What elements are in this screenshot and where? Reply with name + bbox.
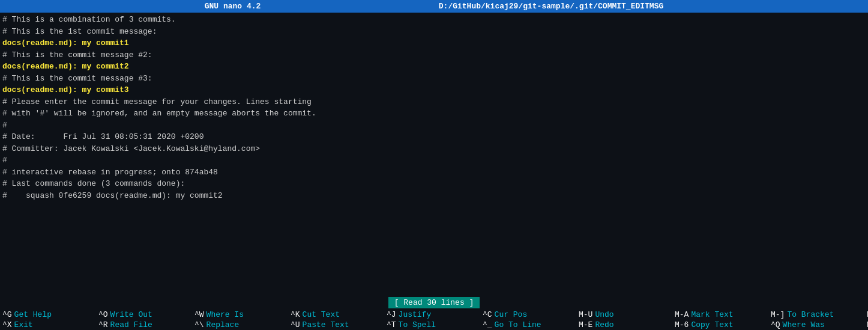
shortcut-label: Cur Pos [495,310,528,319]
editor-line: docs(readme.md): my commit1 [2,37,866,49]
editor-line: # [2,120,866,132]
shortcut-key: ^W [194,310,204,319]
shortcut-label: Copy Text [691,320,733,329]
shortcut-item[interactable]: ^UPaste Text [288,320,384,330]
shortcut-key: ^U [291,320,300,329]
shortcut-label: To Spell [399,320,436,329]
shortcut-key: ^K [291,310,300,319]
editor-area[interactable]: # This is a combination of 3 commits.# T… [0,13,868,296]
editor-line: # This is a combination of 3 commits. [2,14,866,26]
shortcut-item[interactable]: M-]To Bracket [768,310,864,320]
shortcut-key: M-U [579,310,592,319]
app-name: GNU nano 4.2 [205,2,261,11]
shortcut-key: ^_ [483,320,492,329]
status-badge: [ Read 30 lines ] [388,297,480,308]
shortcut-label: Read File [110,320,152,329]
editor-line: # interactive rebase in progress; onto 8… [2,167,866,179]
editor-line: # squash 0fe6259 docs(readme.md): my com… [2,190,866,202]
shortcut-key: ^C [483,310,492,319]
shortcut-bar: ^GGet Help^OWrite Out^WWhere Is^KCut Tex… [0,310,868,330]
shortcut-label: Cut Text [303,310,340,319]
shortcut-label: Write Out [110,310,152,319]
editor-line: # Date: Fri Jul 31 08:05:31 2020 +0200 [2,131,866,143]
editor-line: # [2,154,866,167]
shortcut-key: ^J [387,310,396,319]
editor-line: # with '#' will be ignored, and an empty… [2,108,866,120]
shortcut-item[interactable]: ^\ Replace [192,320,288,330]
shortcut-label: Mark Text [691,310,733,319]
shortcut-item[interactable]: ^XExit [0,320,96,330]
shortcut-item[interactable]: ^JJustify [384,310,480,320]
shortcut-item[interactable]: ^OWrite Out [96,310,192,320]
shortcut-label: Undo [595,310,613,319]
shortcut-key: ^Q [771,320,780,329]
shortcut-item[interactable]: ^KCut Text [288,310,384,320]
shortcut-key: M-A [675,310,689,319]
shortcut-label: Justify [399,310,432,319]
shortcut-key: ^R [98,320,108,329]
shortcut-key: ^\ [194,320,204,329]
editor-line: # Please enter the commit message for yo… [2,96,866,108]
shortcut-label: Where Is [206,310,244,319]
shortcut-item[interactable]: M-QPrevious [864,310,868,320]
editor-line: # This is the commit message #2: [2,49,866,61]
shortcut-item[interactable]: ^QWhere Was [768,320,864,330]
editor-line: docs(readme.md): my commit3 [2,84,866,96]
shortcut-label: Exit [14,320,33,329]
shortcut-label: Paste Text [303,320,349,329]
shortcut-key: M-E [579,320,592,329]
shortcut-item[interactable]: ^_Go To Line [480,320,576,330]
shortcut-label: Replace [206,320,240,329]
shortcut-item[interactable]: ^RRead File [96,320,192,330]
shortcut-item[interactable]: M-ERedo [576,320,672,330]
editor-line: # Committer: Jacek Kowalski <Jacek.Kowal… [2,143,866,155]
shortcut-label: Redo [595,320,613,329]
shortcut-item[interactable]: ^WWhere Is [192,310,288,320]
editor-line: # This is the commit message #3: [2,73,866,85]
terminal: GNU nano 4.2 D:/GitHub/kicaj29/git-sampl… [0,0,868,330]
title-bar: GNU nano 4.2 D:/GitHub/kicaj29/git-sampl… [0,0,868,13]
shortcut-item[interactable]: M-AMark Text [672,310,768,320]
shortcut-item[interactable]: M-6Copy Text [672,320,768,330]
shortcut-key: ^G [2,310,12,319]
shortcut-key: ^O [98,310,108,319]
shortcut-item[interactable]: ^GGet Help [0,310,96,320]
shortcut-key: M-] [771,310,785,319]
editor-line: # This is the 1st commit message: [2,26,866,38]
editor-line: # Last commands done (3 commands done): [2,178,866,190]
shortcut-item[interactable]: ^CCur Pos [480,310,576,320]
shortcut-label: Go To Line [495,320,541,329]
editor-line: docs(readme.md): my commit2 [2,61,866,73]
shortcut-label: To Bracket [787,310,834,319]
shortcut-label: Get Help [14,310,52,319]
shortcut-row-2: ^XExit^RRead File^\ Replace^UPaste Text^… [0,320,868,330]
shortcut-key: M-6 [675,320,689,329]
shortcut-row-1: ^GGet Help^OWrite Out^WWhere Is^KCut Tex… [0,310,868,320]
shortcut-item[interactable]: M-WNext [864,320,868,330]
file-path: D:/GitHub/kicaj29/git-sample/.git/COMMIT… [439,2,663,11]
status-bar: [ Read 30 lines ] [0,296,868,310]
shortcut-item[interactable]: M-UUndo [576,310,672,320]
shortcut-key: ^X [2,320,12,329]
shortcut-item[interactable]: ^TTo Spell [384,320,480,330]
shortcut-label: Where Was [783,320,825,329]
shortcut-key: ^T [387,320,396,329]
